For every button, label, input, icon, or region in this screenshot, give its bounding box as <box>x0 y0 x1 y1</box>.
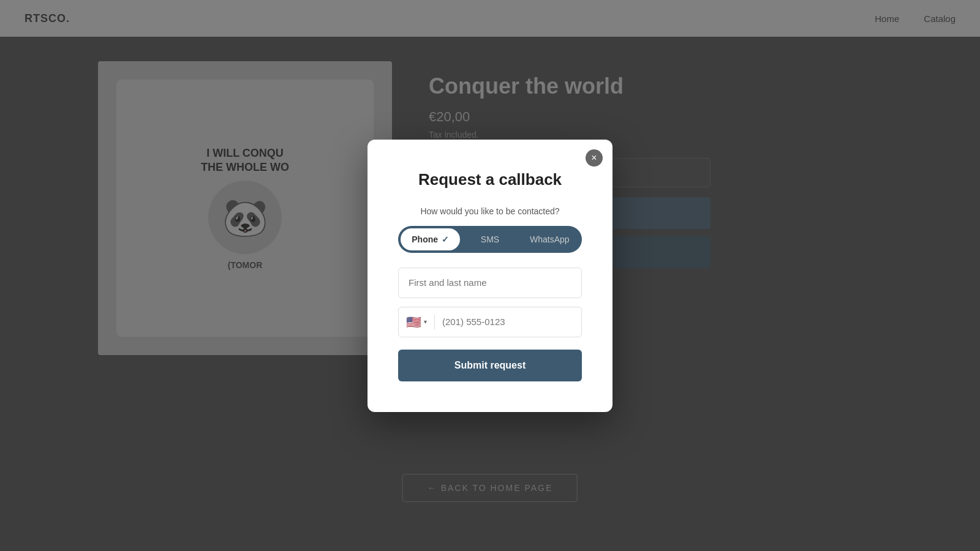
modal-close-button[interactable]: × <box>586 149 603 167</box>
flag-emoji: 🇺🇸 <box>406 315 421 329</box>
tab-phone-label: Phone <box>412 234 438 244</box>
phone-flag[interactable]: 🇺🇸 ▾ <box>406 315 427 329</box>
tab-whatsapp-label: WhatsApp <box>530 234 570 244</box>
tab-phone[interactable]: Phone ✓ <box>401 228 460 250</box>
tab-sms[interactable]: SMS <box>460 228 519 250</box>
contact-method-tabs: Phone ✓ SMS WhatsApp <box>398 226 582 253</box>
phone-divider <box>434 315 435 329</box>
submit-request-button[interactable]: Submit request <box>398 350 582 381</box>
name-input[interactable] <box>398 268 582 298</box>
callback-modal: × Request a callback How would you like … <box>368 140 612 412</box>
phone-check-icon: ✓ <box>442 234 449 244</box>
tab-sms-label: SMS <box>481 234 499 244</box>
phone-number-input[interactable] <box>442 317 574 327</box>
tab-whatsapp[interactable]: WhatsApp <box>520 228 579 250</box>
modal-overlay: × Request a callback How would you like … <box>0 0 980 551</box>
phone-input-wrapper: 🇺🇸 ▾ <box>398 307 582 337</box>
modal-title: Request a callback <box>398 170 582 189</box>
flag-caret-icon: ▾ <box>424 318 427 325</box>
modal-question: How would you like to be contacted? <box>398 206 582 216</box>
